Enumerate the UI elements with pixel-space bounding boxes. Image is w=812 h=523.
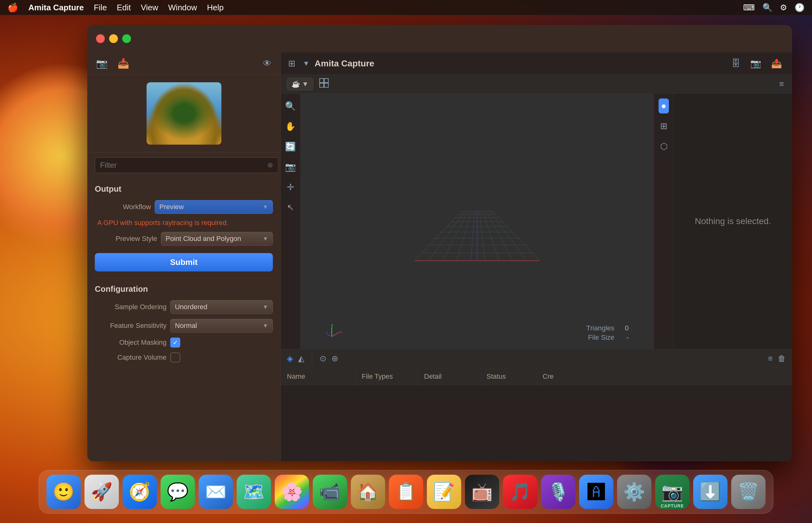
feature-sensitivity-row: Feature Sensitivity Normal ▼ (95, 319, 273, 332)
viewport-grid-btn[interactable] (317, 76, 331, 92)
dock-notes[interactable]: 📝 (427, 475, 461, 509)
zoom-icon[interactable]: 🔍 (283, 98, 298, 114)
sample-ordering-row: Sample Ordering Unordered ▼ (95, 300, 273, 314)
camera-view-icon[interactable]: 📷 (283, 159, 298, 175)
record-icon[interactable]: ⊙ (320, 354, 326, 363)
traffic-lights (96, 34, 131, 43)
menubar-help[interactable]: Help (207, 3, 224, 13)
svg-rect-0 (320, 78, 324, 83)
main-window: 📷 📥 👁 ⊗ Output Workflow (87, 25, 792, 461)
dock-facetime[interactable]: 📹 (313, 475, 347, 509)
view-dropdown[interactable]: ☕ ▼ (287, 78, 313, 90)
settings2-icon[interactable]: ⊛ (332, 354, 338, 363)
object-masking-label: Object Masking (95, 339, 166, 347)
workflow-value: Preview (159, 203, 184, 211)
output-title: Output (95, 184, 273, 194)
right-panel: ⊞ ▼ Amita Capture 🗄 📷 📤 ☕ ▼ (281, 52, 792, 461)
preview-style-value: Point Cloud and Polygon (165, 235, 241, 243)
dock-appstore[interactable]: 🅰 (579, 475, 613, 509)
capture-volume-checkbox[interactable] (170, 353, 180, 362)
feature-sensitivity-label: Feature Sensitivity (95, 322, 166, 330)
dock: 🙂 🚀 🧭 💬 ✉️ 🗺️ 🌸 📹 🏠 📋 📝 📺 🎵 🎙️ 🅰 ⚙️ (39, 470, 773, 513)
col-header-name: Name (281, 368, 355, 385)
search-icon[interactable]: 🔍 (762, 3, 772, 13)
file-size-label: File Size (588, 333, 614, 342)
grid-view-icon[interactable]: ⊞ (658, 119, 670, 134)
share-icon[interactable]: 📤 (769, 57, 784, 70)
camera-capture-icon[interactable]: 📷 (748, 57, 764, 70)
submit-button[interactable]: Submit (95, 253, 273, 271)
dock-capture[interactable]: 📷 CAPTURE (655, 475, 689, 509)
hand-icon[interactable]: ✋ (283, 119, 298, 134)
preview-style-row: Preview Style Point Cloud and Polygon ▼ (95, 232, 273, 246)
sample-ordering-select[interactable]: Unordered ▼ (170, 300, 273, 314)
model-icon[interactable]: ◭ (298, 354, 304, 363)
svg-text:x: x (340, 330, 342, 334)
output-section: Output Workflow Preview ▼ A GPU with sup… (87, 178, 280, 278)
dock-mail[interactable]: ✉️ (199, 475, 233, 509)
cube-icon[interactable]: ⬡ (658, 139, 670, 154)
menubar-edit[interactable]: Edit (117, 3, 131, 13)
keyboard-icon[interactable]: ⌨ (743, 3, 755, 13)
menubar-file[interactable]: File (94, 3, 107, 13)
viewport-canvas[interactable]: Triangles 0 File Size - (301, 93, 654, 349)
filter-input[interactable] (95, 157, 279, 173)
dock-finder[interactable]: 🙂 (47, 475, 81, 509)
settings-icon[interactable]: ≡ (777, 77, 786, 91)
dock-launchpad[interactable]: 🚀 (85, 475, 119, 509)
right-toolbar: ⊞ ▼ Amita Capture 🗄 📷 📤 (281, 52, 792, 75)
tray-icon[interactable]: 📥 (118, 58, 129, 69)
preview-style-select[interactable]: Point Cloud and Polygon ▼ (161, 232, 273, 246)
workflow-select[interactable]: Preview ▼ (155, 200, 273, 214)
dock-messages[interactable]: 💬 (161, 475, 195, 509)
chevron-icon[interactable]: ▼ (303, 59, 310, 68)
dock-music[interactable]: 🎵 (503, 475, 537, 509)
menubar-window[interactable]: Window (168, 3, 197, 13)
move-icon[interactable]: ✛ (284, 180, 297, 195)
window-title: Amita Capture (315, 59, 374, 69)
dock-trash[interactable]: 🗑️ (731, 475, 765, 509)
dock-reminders[interactable]: 📋 (389, 475, 423, 509)
left-sidebar: 📷 📥 👁 ⊗ Output Workflow (87, 52, 281, 461)
triangles-value: 0 (619, 324, 629, 332)
eye-icon[interactable]: 👁 (263, 58, 271, 69)
dock-system-prefs[interactable]: ⚙️ (617, 475, 651, 509)
archive-icon[interactable]: 🗄 (729, 57, 743, 70)
menubar-view[interactable]: View (141, 3, 158, 13)
close-button[interactable] (96, 34, 105, 43)
dock-appletv[interactable]: 📺 (465, 475, 499, 509)
dock-safari[interactable]: 🧭 (123, 475, 157, 509)
col-header-detail: Detail (418, 368, 480, 385)
maximize-button[interactable] (122, 34, 131, 43)
preview-style-label: Preview Style (95, 235, 157, 243)
config-title: Configuration (95, 284, 273, 294)
dock-home[interactable]: 🏠 (351, 475, 385, 509)
capture-volume-label: Capture Volume (95, 354, 166, 362)
title-bar (87, 25, 792, 52)
capture-list-icon[interactable]: ◈ (287, 354, 293, 363)
object-masking-checkbox[interactable]: ✓ (170, 338, 180, 347)
menubar-app-name[interactable]: Amita Capture (29, 3, 84, 13)
orbit-icon[interactable]: 🔄 (283, 139, 298, 154)
filter-clear-icon[interactable]: ⊗ (267, 161, 273, 169)
svg-text:z: z (326, 330, 328, 335)
expand-icon[interactable]: ⊞ (288, 58, 295, 69)
camera-icon[interactable]: 📷 (96, 58, 108, 69)
dock-downloads[interactable]: ⬇️ (693, 475, 727, 509)
file-size-value: - (619, 333, 629, 342)
minimize-button[interactable] (109, 34, 118, 43)
delete-icon[interactable]: 🗑 (778, 354, 786, 363)
dock-maps[interactable]: 🗺️ (237, 475, 271, 509)
control-center-icon[interactable]: ⚙ (780, 3, 787, 13)
clock-icon[interactable]: 🕐 (795, 3, 805, 13)
window-content: 📷 📥 👁 ⊗ Output Workflow (87, 52, 792, 461)
dock-photos[interactable]: 🌸 (275, 475, 309, 509)
feature-sensitivity-select[interactable]: Normal ▼ (170, 319, 273, 332)
dock-podcasts[interactable]: 🎙️ (541, 475, 575, 509)
col-header-created: Cre (536, 368, 792, 385)
point-icon[interactable]: ● (658, 98, 669, 113)
pointer-icon[interactable]: ↖ (284, 200, 297, 215)
list-settings-icon[interactable]: ≡ (768, 354, 773, 363)
triangles-label: Triangles (586, 324, 614, 332)
apple-menu[interactable]: 🍎 (7, 2, 18, 13)
